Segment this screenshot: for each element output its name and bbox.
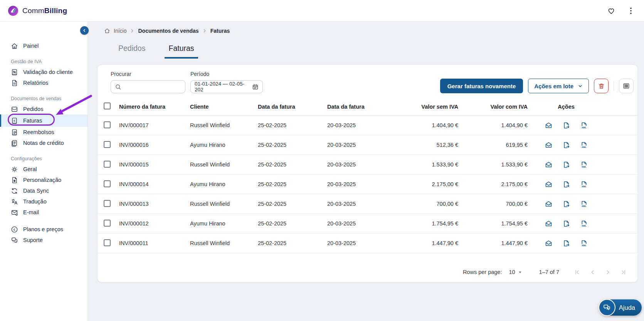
sidebar-item-pedidos[interactable]: Pedidos	[0, 104, 87, 114]
export-pdf-icon[interactable]	[562, 200, 570, 208]
breadcrumb-home[interactable]: Início	[114, 28, 126, 34]
regenerate-invoices-button[interactable]: Gerar faturas novamente	[440, 79, 523, 93]
sidebar-item-suporte[interactable]: Suporte	[0, 235, 87, 245]
search-label: Procurar	[111, 71, 185, 77]
help-label: Ajuda	[619, 304, 635, 311]
export-pdf-icon[interactable]	[562, 141, 570, 149]
toolbar-divider	[614, 81, 614, 91]
cell-gross-amount: 700,00 €	[458, 201, 528, 207]
export-xml-icon[interactable]: XML	[580, 121, 588, 129]
search-input[interactable]	[124, 84, 181, 90]
sidebar-item-geral[interactable]: Geral	[0, 164, 87, 175]
export-pdf-icon[interactable]	[562, 180, 570, 188]
breadcrumb-home-icon[interactable]	[104, 28, 110, 34]
rows-per-page-select[interactable]: 10	[509, 269, 522, 275]
export-pdf-icon[interactable]	[562, 161, 570, 169]
export-pdf-icon[interactable]	[562, 121, 570, 129]
row-checkbox[interactable]	[104, 220, 111, 227]
home-icon	[11, 42, 18, 50]
row-checkbox[interactable]	[104, 141, 111, 148]
chevron-right-icon	[130, 29, 135, 33]
export-pdf-icon[interactable]	[562, 239, 570, 247]
sidebar-item-relatorios[interactable]: Relatórios	[0, 77, 87, 88]
sidebar-item-notas-credito[interactable]: Notas de crédito	[0, 138, 87, 148]
svg-text:XML: XML	[582, 126, 587, 128]
header-gross-amount[interactable]: Valor com IVA	[458, 104, 528, 110]
period-input[interactable]: 01-01-2024 — 02-05-202	[190, 80, 263, 93]
sidebar-item-painel[interactable]: Painel	[0, 40, 87, 51]
cell-invoice-number: INV/000015	[119, 161, 190, 168]
row-checkbox[interactable]	[104, 180, 111, 187]
cell-invoice-date: 25-02-2025	[258, 240, 327, 246]
batch-actions-button[interactable]: Ações em lote	[528, 79, 589, 93]
export-xml-icon[interactable]: XML	[580, 239, 588, 247]
svg-text:XML: XML	[582, 224, 587, 227]
sidebar-item-planos-precos[interactable]: € Planos e preços	[0, 224, 87, 235]
export-xml-icon[interactable]: XML	[580, 141, 588, 149]
header-due-date[interactable]: Data da fatura	[327, 104, 393, 110]
export-xml-icon[interactable]: XML	[580, 180, 588, 188]
sidebar-item-validacao-cliente[interactable]: Validação do cliente	[0, 67, 87, 77]
sidebar-item-reembolsos[interactable]: Reembolsos	[0, 127, 87, 138]
report-document-icon	[11, 79, 18, 87]
row-checkbox[interactable]	[104, 161, 111, 168]
last-page-icon[interactable]	[620, 269, 627, 276]
send-email-icon[interactable]	[545, 200, 553, 208]
header-invoice-number[interactable]: Número da fatura	[119, 104, 190, 110]
next-page-icon[interactable]	[605, 269, 611, 276]
breadcrumb-section[interactable]: Documentos de vendas	[138, 28, 198, 34]
table-row[interactable]: INV/000016 Ayumu Hirano 25-02-2025 20-03…	[98, 135, 637, 155]
send-email-icon[interactable]	[545, 161, 553, 169]
header-invoice-date[interactable]: Data da fatura	[258, 104, 327, 110]
send-email-icon[interactable]	[545, 220, 553, 228]
table-row[interactable]: INV/000014 Ayumu Hirano 25-02-2025 20-03…	[98, 175, 637, 194]
table-row[interactable]: INV/000015 Russell Winfield 25-02-2025 2…	[98, 155, 637, 175]
sidebar-item-traducao[interactable]: Tradução	[0, 196, 87, 207]
chevron-down-icon	[578, 84, 583, 89]
table-row[interactable]: INV/000013 Russell Winfield 25-02-2025 2…	[98, 194, 637, 214]
sidebar-item-faturas[interactable]: € Faturas	[0, 114, 87, 127]
table-row[interactable]: INV/000012 Ayumu Hirano 25-02-2025 20-03…	[98, 214, 637, 234]
period-label: Período	[190, 71, 263, 77]
send-email-icon[interactable]	[545, 239, 553, 247]
svg-text:XML: XML	[582, 185, 587, 187]
select-all-checkbox[interactable]	[104, 103, 111, 109]
delete-button[interactable]	[594, 79, 609, 93]
send-email-icon[interactable]	[545, 180, 553, 188]
send-email-icon[interactable]	[545, 121, 553, 129]
table-row[interactable]: INV/000017 Russell Winfield 25-02-2025 2…	[98, 116, 637, 135]
first-page-icon[interactable]	[574, 269, 580, 276]
export-xml-icon[interactable]: XML	[580, 200, 588, 208]
row-checkbox[interactable]	[104, 200, 111, 207]
header-client[interactable]: Cliente	[190, 104, 258, 110]
svg-text:€: €	[13, 119, 15, 122]
page-body: Painel Gestão de IVA Validação do client…	[0, 22, 644, 321]
export-pdf-icon[interactable]	[562, 220, 570, 228]
previous-page-icon[interactable]	[589, 269, 596, 276]
tab-faturas[interactable]: Faturas	[165, 44, 198, 59]
export-xml-icon[interactable]: XML	[580, 220, 588, 228]
kebab-menu-icon[interactable]	[627, 7, 635, 15]
sidebar-section-gestao-iva: Gestão de IVA	[0, 59, 87, 64]
header-net-amount[interactable]: Valor sem IVA	[393, 104, 458, 110]
sidebar-collapse-button[interactable]	[80, 26, 89, 35]
sidebar-item-data-sync[interactable]: Data Sync	[0, 185, 87, 196]
cell-invoice-date: 25-02-2025	[258, 220, 327, 227]
send-email-icon[interactable]	[545, 141, 553, 149]
sidebar-item-personalizacao[interactable]: Personalização	[0, 175, 87, 185]
search-icon	[115, 84, 121, 90]
export-xml-icon[interactable]: XML	[580, 161, 588, 169]
app-logo[interactable]: CommBilling	[8, 5, 67, 16]
tab-pedidos[interactable]: Pedidos	[114, 44, 149, 59]
column-settings-button[interactable]	[619, 79, 634, 93]
cell-client: Russell Winfield	[190, 201, 258, 207]
translate-icon	[11, 198, 18, 205]
row-checkbox[interactable]	[104, 121, 111, 128]
favorites-heart-icon[interactable]	[607, 7, 615, 15]
row-checkbox[interactable]	[104, 239, 111, 246]
table-row[interactable]: INV/000011 Russell Winfield 25-02-2025 2…	[98, 234, 637, 253]
cell-gross-amount: 619,95 €	[458, 142, 528, 148]
sidebar-item-email[interactable]: E-mail	[0, 207, 87, 218]
tab-bar: Pedidos Faturas	[97, 44, 638, 59]
help-button[interactable]: Ajuda	[599, 299, 642, 316]
